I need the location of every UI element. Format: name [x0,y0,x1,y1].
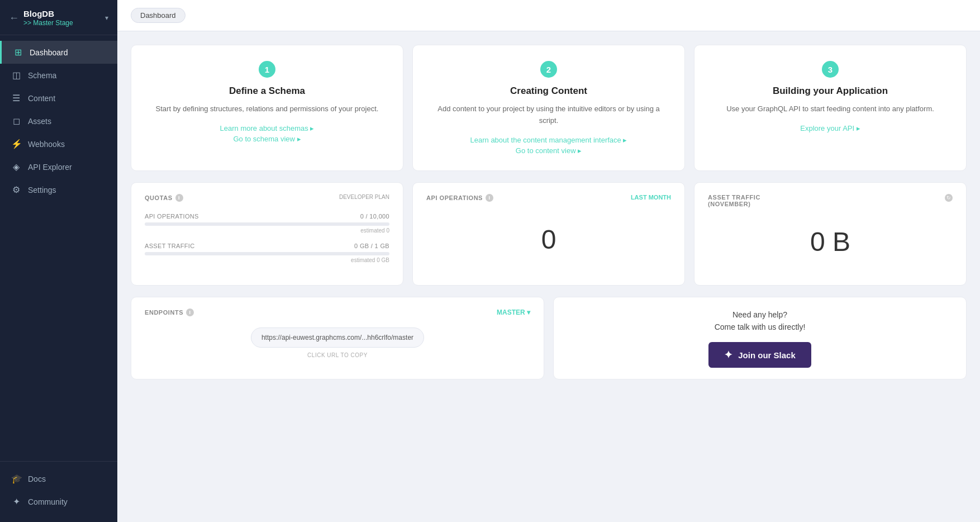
slack-text-line1: Need any help? [715,309,806,321]
step-title-3: Building your Application [710,86,950,97]
asset-traffic-refresh-icon[interactable]: ↻ [945,194,953,202]
sidebar-item-assets[interactable]: ◻ Assets [0,110,117,132]
chevron-down-icon[interactable]: ▾ [105,14,108,22]
sidebar-item-webhooks[interactable]: ⚡ Webhooks [0,132,117,155]
quotas-label: QUOTAS i [145,194,183,202]
click-to-copy-label: CLICK URL TO COPY [145,352,530,358]
step-card-2: 2 Creating Content Add content to your p… [412,45,685,171]
sidebar-item-label: Docs [28,474,46,483]
step-link-3a[interactable]: Explore your API ▸ [710,124,950,132]
api-ops-period[interactable]: LAST MONTH [631,194,671,201]
sidebar-item-dashboard[interactable]: ⊞ Dashboard [0,41,117,64]
assets-icon: ◻ [11,116,21,126]
project-name: BlogDB [23,9,101,19]
sidebar-item-label: Community [28,497,68,506]
step-link-1b[interactable]: Go to schema view ▸ [147,135,387,143]
dashboard-icon: ⊞ [13,47,23,58]
sidebar-item-label: API Explorer [28,163,72,172]
sidebar-item-settings[interactable]: ⚙ Settings [0,178,117,201]
asset-traffic-labels: ASSET TRAFFIC (NOVEMBER) [708,194,760,207]
asset-traffic-sublabel: (NOVEMBER) [708,201,760,207]
content-area: 1 Define a Schema Start by defining stru… [117,31,980,393]
api-ops-card: API OPERATIONS i LAST MONTH 0 [412,182,685,286]
api-ops-quota-value: 0 / 10,000 [360,213,389,220]
api-ops-quota-row: API OPERATIONS 0 / 10,000 estimated 0 [145,213,389,234]
step-title-2: Creating Content [429,86,669,97]
plan-badge: DEVELOPER PLAN [339,194,389,200]
step-link-2b[interactable]: Go to content view ▸ [429,146,669,155]
webhooks-icon: ⚡ [11,139,21,149]
sidebar-item-label: Assets [28,117,51,126]
step-desc-2: Add content to your project by using the… [429,103,669,127]
endpoints-header: ENDPOINTS i MASTER ▾ [145,309,530,316]
asset-traffic-quota-row: ASSET TRAFFIC 0 GB / 1 GB estimated 0 GB [145,243,389,263]
content-icon: ☰ [11,93,21,103]
api-ops-card-label: API OPERATIONS i [426,194,493,202]
api-ops-card-header: API OPERATIONS i LAST MONTH [426,194,671,202]
sidebar-item-label: Schema [28,71,56,80]
join-slack-button[interactable]: ✦ Join our Slack [708,342,811,368]
asset-traffic-card-header: ASSET TRAFFIC (NOVEMBER) ↻ [708,194,953,207]
api-ops-progress-track [145,222,389,226]
step-link-1a[interactable]: Learn more about schemas ▸ [147,124,387,132]
endpoint-url[interactable]: https://api-euwest.graphcms.com/...hh6cr… [251,328,424,348]
step-desc-1: Start by defining structures, relations … [147,103,387,115]
endpoints-master-selector[interactable]: MASTER ▾ [497,309,530,316]
sidebar-item-api-explorer[interactable]: ◈ API Explorer [0,155,117,178]
step-card-3: 3 Building your Application Use your Gra… [694,45,967,171]
slack-text-line2: Come talk with us directly! [715,321,806,333]
api-ops-info-icon: i [486,194,493,202]
asset-traffic-progress-track [145,252,389,255]
sidebar-item-schema[interactable]: ◫ Schema [0,64,117,87]
quotas-card: QUOTAS i DEVELOPER PLAN API OPERATIONS 0… [131,182,403,286]
join-slack-label: Join our Slack [738,350,796,360]
slack-help-text: Need any help? Come talk with us directl… [715,309,806,334]
api-ops-big-value: 0 [426,213,671,266]
step-number-1: 1 [259,61,275,78]
asset-traffic-card: ASSET TRAFFIC (NOVEMBER) ↻ 0 B [694,182,967,286]
step-desc-3: Use your GraphQL API to start feeding co… [710,103,950,115]
step-link-2a[interactable]: Learn about the content management inter… [429,136,669,144]
breadcrumb: Dashboard [131,8,185,23]
sidebar-item-docs[interactable]: 🎓 Docs [0,467,117,490]
api-ops-estimated: estimated 0 [145,227,389,234]
step-number-3: 3 [822,61,839,78]
metrics-row: QUOTAS i DEVELOPER PLAN API OPERATIONS 0… [131,182,967,286]
sidebar-header: ← BlogDB >> Master Stage ▾ [0,0,117,35]
api-ops-quota-header: API OPERATIONS 0 / 10,000 [145,213,389,220]
settings-icon: ⚙ [11,184,21,195]
step-number-2: 2 [540,61,557,78]
asset-traffic-quota-header: ASSET TRAFFIC 0 GB / 1 GB [145,243,389,249]
sidebar-item-label: Content [28,94,55,103]
endpoint-url-container: https://api-euwest.graphcms.com/...hh6cr… [145,328,530,358]
sidebar-item-label: Settings [28,186,56,194]
endpoints-card: ENDPOINTS i MASTER ▾ https://api-euwest.… [131,297,544,380]
steps-row: 1 Define a Schema Start by defining stru… [131,45,967,171]
asset-traffic-big-value: 0 B [708,210,953,274]
step-title-1: Define a Schema [147,86,387,97]
main-content: Dashboard 1 Define a Schema Start by def… [117,0,980,522]
topbar: Dashboard [117,0,980,31]
sidebar: ← BlogDB >> Master Stage ▾ ⊞ Dashboard ◫… [0,0,117,522]
asset-traffic-card-label: ASSET TRAFFIC [708,194,760,201]
api-ops-quota-label: API OPERATIONS [145,213,199,220]
endpoints-label: ENDPOINTS i [145,309,194,316]
sidebar-item-community[interactable]: ✦ Community [0,490,117,513]
quotas-card-header: QUOTAS i DEVELOPER PLAN [145,194,389,202]
community-icon: ✦ [11,496,21,507]
slack-icon: ✦ [724,349,732,361]
docs-icon: 🎓 [11,473,21,484]
bottom-row: ENDPOINTS i MASTER ▾ https://api-euwest.… [131,297,967,380]
asset-traffic-quota-label: ASSET TRAFFIC [145,243,194,249]
sidebar-project: BlogDB >> Master Stage [23,9,101,27]
sidebar-item-content[interactable]: ☰ Content [0,87,117,110]
api-explorer-icon: ◈ [11,162,21,172]
back-icon[interactable]: ← [9,12,19,24]
sidebar-item-label: Webhooks [28,140,65,149]
endpoints-info-icon: i [186,309,194,316]
sidebar-item-label: Dashboard [30,48,68,57]
schema-icon: ◫ [11,70,21,80]
sidebar-nav: ⊞ Dashboard ◫ Schema ☰ Content ◻ Assets … [0,35,117,461]
sidebar-bottom: 🎓 Docs ✦ Community [0,461,117,522]
quotas-info-icon: i [175,194,183,202]
